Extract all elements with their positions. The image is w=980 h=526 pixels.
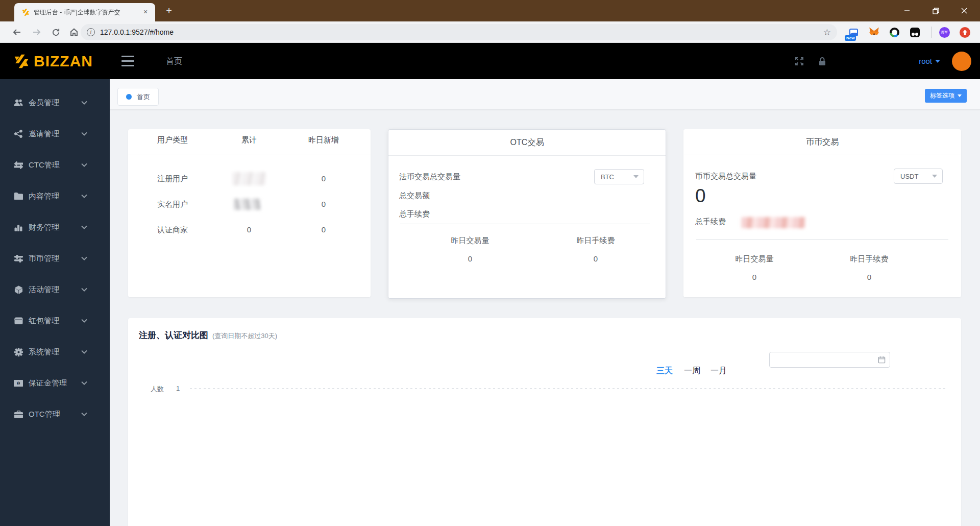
url-text[interactable]: 127.0.0.1:9527/#/home <box>100 28 174 36</box>
sidebar-item-otc[interactable]: OTC管理 <box>0 400 110 428</box>
hamburger-menu-icon[interactable] <box>121 56 134 66</box>
period-one-month[interactable]: 一月 <box>710 366 727 376</box>
sidebar-item-invites[interactable]: 邀请管理 <box>0 119 110 148</box>
briefcase-icon <box>14 410 23 419</box>
sidebar-item-system[interactable]: 系统管理 <box>0 338 110 366</box>
yesterday-volume-label: 昨日交易量 <box>451 236 489 246</box>
divider <box>128 155 371 155</box>
bizzan-logo[interactable]: BIZZAN <box>12 43 93 79</box>
chevron-down-icon <box>81 130 88 137</box>
sidebar-item-content[interactable]: 内容管理 <box>0 182 110 210</box>
total-volume-label: 法币交易总交易量 <box>399 172 460 182</box>
extension-uploader-icon[interactable] <box>958 26 971 39</box>
user-menu[interactable]: root <box>919 43 940 79</box>
chevron-down-icon <box>81 286 88 293</box>
fullscreen-icon[interactable] <box>791 43 808 79</box>
new-tab-button[interactable]: + <box>162 5 176 18</box>
tag-bar: 首页 标签选项 <box>110 79 980 110</box>
reload-icon[interactable] <box>47 24 64 40</box>
window-close-button[interactable] <box>952 0 976 21</box>
bookmark-star-icon[interactable]: ☆ <box>823 27 831 38</box>
folder-icon <box>14 192 23 201</box>
chart-gridline <box>190 388 947 389</box>
yesterday-volume-value: 0 <box>752 273 756 281</box>
sidebar-item-spot[interactable]: 币币管理 <box>0 244 110 273</box>
coin-select[interactable]: BTC <box>594 169 644 184</box>
yesterday-fee-label: 昨日手续费 <box>850 254 889 264</box>
page-info-icon[interactable]: i <box>87 28 95 36</box>
exchange-icon <box>14 160 23 170</box>
period-three-days[interactable]: 三天 <box>656 366 673 376</box>
sidebar-item-activities[interactable]: 活动管理 <box>0 275 110 304</box>
divider <box>696 239 948 240</box>
logo-text: BIZZAN <box>34 53 93 70</box>
chevron-down-icon <box>81 161 88 169</box>
yesterday-fee-value: 0 <box>594 254 598 263</box>
avatar[interactable] <box>952 52 971 71</box>
col-header-user-type: 用户类型 <box>157 135 188 145</box>
chart-title: 注册、认证对比图(查询日期不超过30天) <box>139 329 277 341</box>
y-axis-tick: 1 <box>176 385 180 392</box>
cube-icon <box>14 285 23 294</box>
lock-icon[interactable] <box>814 43 831 79</box>
chevron-down-icon <box>633 175 639 178</box>
extensions-divider <box>931 27 932 38</box>
divider <box>388 155 666 156</box>
app-header: BIZZAN 首页 root <box>0 43 980 79</box>
sidebar-item-redpacket[interactable]: 红包管理 <box>0 306 110 335</box>
favicon-bizzan-icon <box>21 8 30 16</box>
extension-new-badge: New <box>845 35 856 41</box>
sidebar-item-finance[interactable]: 财务管理 <box>0 213 110 242</box>
col-header-yesterday: 昨日新增 <box>308 135 339 145</box>
sidebar-item-ctc[interactable]: CTC管理 <box>0 151 110 179</box>
censored-value <box>232 172 266 185</box>
bar-chart-icon <box>14 223 23 232</box>
tag-options-button[interactable]: 标签选项 <box>925 89 967 103</box>
url-bar[interactable]: i 127.0.0.1:9527/#/home ☆ <box>81 24 837 40</box>
total-amount-label: 总交易额 <box>399 191 430 201</box>
browser-tab[interactable]: 管理后台 - 币严|全球数字资产交 × <box>14 3 155 21</box>
sidebar-item-margin[interactable]: $ 保证金管理 <box>0 369 110 397</box>
tab-home-tag[interactable]: 首页 <box>117 88 159 106</box>
share-icon <box>14 129 23 138</box>
extension-black-icon[interactable] <box>908 26 921 39</box>
extension-ring-icon[interactable] <box>888 26 901 39</box>
extension-metamask-icon[interactable] <box>867 26 880 39</box>
forward-icon[interactable] <box>29 24 45 40</box>
username: root <box>919 57 932 65</box>
back-icon[interactable] <box>9 24 25 40</box>
coin-select[interactable]: USDT <box>894 169 943 184</box>
nav-home[interactable]: 首页 <box>166 43 182 79</box>
yesterday-fee-value: 0 <box>867 273 871 281</box>
total-fee-label: 总手续费 <box>695 217 726 227</box>
tab-close-icon[interactable]: × <box>141 8 150 17</box>
total-fee-label: 总手续费 <box>399 209 430 219</box>
chevron-down-icon <box>81 193 88 200</box>
extension-sidebar-icon[interactable]: New <box>847 26 860 39</box>
divider <box>683 155 961 155</box>
extension-avatar-icon[interactable]: 贤军 <box>938 26 951 39</box>
users-icon <box>14 98 23 107</box>
yesterday-volume-label: 昨日交易量 <box>736 254 774 264</box>
browser-titlebar: 管理后台 - 币严|全球数字资产交 × + <box>0 0 980 21</box>
sidebar-item-members[interactable]: 会员管理 <box>0 88 110 117</box>
banknote-icon: $ <box>14 378 23 388</box>
tab-title: 管理后台 - 币严|全球数字资产交 <box>34 8 141 17</box>
chart-card: 注册、认证对比图(查询日期不超过30天) 三天 一周 一月 人数 1 <box>128 318 961 526</box>
screen: 管理后台 - 币严|全球数字资产交 × + i 127.0.0.1:9527/ <box>0 0 980 526</box>
date-range-input[interactable] <box>769 352 890 368</box>
gear-icon <box>14 347 23 356</box>
window-restore-button[interactable] <box>924 0 947 21</box>
chevron-down-icon <box>958 94 962 97</box>
wallet-icon <box>14 316 23 325</box>
home-icon[interactable] <box>66 24 82 40</box>
chevron-down-icon <box>81 99 88 106</box>
censored-value <box>742 217 805 228</box>
chevron-down-icon <box>81 411 88 418</box>
active-tag-dot <box>126 94 132 100</box>
window-minimize-button[interactable] <box>895 0 919 21</box>
card-title: OTC交易 <box>388 130 666 155</box>
period-one-week[interactable]: 一周 <box>684 366 700 376</box>
spot-trade-card: 币币交易 币币交易总交易量 USDT 0 总手续费 昨日交易量 昨日手续费 0 … <box>683 129 961 297</box>
chevron-down-icon <box>81 224 88 231</box>
